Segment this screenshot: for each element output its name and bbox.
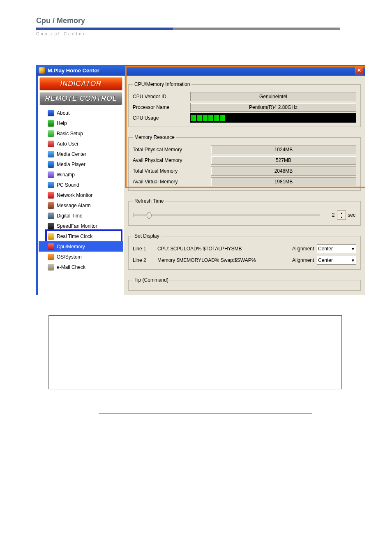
media-player-icon (48, 161, 54, 168)
spinner-up[interactable]: ▲ (337, 211, 346, 215)
real-time-clock-icon (48, 233, 54, 240)
sidebar-item-media-center[interactable]: Media Center (39, 149, 123, 159)
speedfan-icon (48, 223, 54, 229)
about-icon (48, 110, 54, 116)
slider-thumb[interactable] (147, 212, 152, 219)
sidebar-item-basic-setup[interactable]: Basic Setup (39, 128, 123, 139)
page-subtitle: Control Center (36, 30, 376, 36)
label-alignment: Alignment (292, 246, 317, 252)
select-alignment-line2[interactable]: Center▼ (317, 256, 356, 265)
winamp-icon (48, 171, 54, 178)
sidebar-item-email-check[interactable]: e-Mail Check (39, 262, 123, 272)
os-system-icon (48, 254, 54, 260)
label-total-virt: Total Virtual Memory (133, 168, 211, 174)
pc-sound-icon (48, 182, 54, 188)
label-cpu-usage: CPU Usage (133, 115, 190, 121)
sidebar-item-network-monitor[interactable]: Network Monitor (39, 190, 123, 200)
chevron-down-icon: ▼ (351, 247, 355, 251)
group-set-display: Set Display Line 1 CPU: $CPULOAD% $TOTAL… (128, 233, 361, 270)
sidebar-item-label: Help (57, 120, 67, 126)
help-icon (48, 120, 54, 127)
group-legend: Set Display (133, 233, 161, 239)
media-center-icon (48, 151, 54, 157)
sidebar-item-label: Auto User (57, 141, 78, 147)
label-processor-name: Processor Name (133, 104, 190, 110)
sidebar-item-winamp[interactable]: Winamp (39, 169, 123, 180)
label-avail-phys: Avail Physical Memory (133, 157, 211, 163)
select-value: Center (318, 246, 333, 252)
group-cpu-memory-info: CPU/Memory Information CPU Vendor ID Gen… (128, 81, 361, 127)
sidebar-item-label: Cpu/Memory (57, 244, 85, 250)
select-alignment-line1[interactable]: Center▼ (317, 244, 356, 253)
sidebar-item-message-alarm[interactable]: Message Alarm (39, 200, 123, 210)
chevron-down-icon: ▼ (351, 258, 355, 263)
refresh-slider[interactable] (134, 215, 320, 215)
group-legend: Memory Resource (133, 134, 176, 140)
sidebar-item-label: Media Player (57, 162, 85, 167)
spinner-down[interactable]: ▼ (337, 215, 346, 219)
app-icon (39, 67, 45, 74)
footer-box (48, 315, 342, 389)
content-pane: CPU/Memory Information CPU Vendor ID Gen… (124, 76, 365, 295)
email-check-icon (48, 264, 54, 271)
page-title: Cpu / Memory (36, 16, 376, 28)
cpu-usage-bar (190, 113, 356, 123)
close-button[interactable]: ✕ (355, 66, 363, 74)
sidebar-item-digital-time[interactable]: Digital Time (39, 210, 123, 221)
value-avail-virt: 1981MB (211, 177, 356, 186)
value-avail-phys: 527MB (211, 156, 356, 165)
auto-user-icon (48, 141, 54, 147)
cpu-memory-icon (48, 243, 54, 250)
sidebar-item-label: Digital Time (57, 213, 83, 219)
app-window: M.Play Home Center ✕ INDICATOR REMOTE CO… (36, 65, 365, 295)
sidebar-item-cpu-memory[interactable]: Cpu/Memory (39, 241, 123, 252)
sidebar-item-label: Media Center (57, 151, 86, 157)
label-avail-virt: Avail Virtual Memory (133, 179, 211, 185)
sidebar-item-label: OS/System (57, 254, 82, 260)
refresh-unit: sec (348, 212, 355, 218)
group-tip-command: Tip (Command) (128, 277, 361, 291)
label-alignment: Alignment (292, 257, 317, 263)
value-line2: Memory $MEMORYLOAD% Swap:$SWAP% (157, 257, 292, 263)
group-legend: CPU/Memory Information (133, 81, 191, 87)
label-line2: Line 2 (133, 257, 157, 263)
value-processor-name: Pentium(R)4 2.80GHz (190, 103, 356, 112)
sidebar-item-help[interactable]: Help (39, 118, 123, 128)
sidebar-item-about[interactable]: About (39, 108, 123, 118)
sidebar-item-os-system[interactable]: OS/System (39, 252, 123, 262)
value-total-phys: 1024MB (211, 145, 356, 154)
sidebar-item-label: Basic Setup (57, 131, 83, 136)
group-legend: Refresh Time (133, 198, 165, 204)
value-cpu-vendor: GenuineIntel (190, 92, 356, 101)
digital-time-icon (48, 213, 54, 219)
label-line1: Line 1 (133, 246, 157, 252)
value-total-virt: 2048MB (211, 166, 356, 176)
refresh-value: 2 (325, 212, 334, 218)
sidebar-item-label: Real Time Clock (57, 234, 92, 239)
titlebar: M.Play Home Center ✕ (36, 65, 365, 76)
sidebar-item-media-player[interactable]: Media Player (39, 159, 123, 169)
network-monitor-icon (48, 192, 54, 199)
refresh-spinner[interactable]: ▲▼ (337, 210, 346, 220)
message-alarm-icon (48, 202, 54, 209)
sidebar-item-label: About (57, 110, 69, 116)
sidebar-item-pc-sound[interactable]: PC Sound (39, 180, 123, 190)
sidebar-item-speedfan-monitor[interactable]: SpeedFan Monitor (39, 221, 123, 231)
banner-indicator[interactable]: INDICATOR (39, 77, 122, 90)
value-line1: CPU: $CPULOAD% $TOTALPHYSMB (157, 246, 292, 252)
group-refresh-time: Refresh Time 2 ▲▼ sec (128, 198, 361, 226)
sidebar-item-label: PC Sound (57, 182, 79, 188)
group-legend: Tip (Command) (133, 277, 170, 283)
sidebar-item-label: Network Monitor (57, 192, 92, 198)
sidebar-item-real-time-clock[interactable]: Real Time Clock (39, 231, 123, 241)
basic-setup-icon (48, 130, 54, 137)
window-title: M.Play Home Center (48, 67, 355, 74)
sidebar-item-auto-user[interactable]: Auto User (39, 139, 123, 149)
sidebar-item-label: e-Mail Check (57, 264, 85, 270)
sidebar-item-label: Winamp (57, 172, 75, 178)
label-total-phys: Total Physical Memory (133, 147, 211, 153)
sidebar-item-label: SpeedFan Monitor (57, 223, 97, 229)
banner-remote-control[interactable]: REMOTE CONTROL (39, 92, 122, 105)
label-cpu-vendor: CPU Vendor ID (133, 94, 190, 99)
group-memory-resource: Memory Resource Total Physical Memory102… (128, 134, 361, 191)
